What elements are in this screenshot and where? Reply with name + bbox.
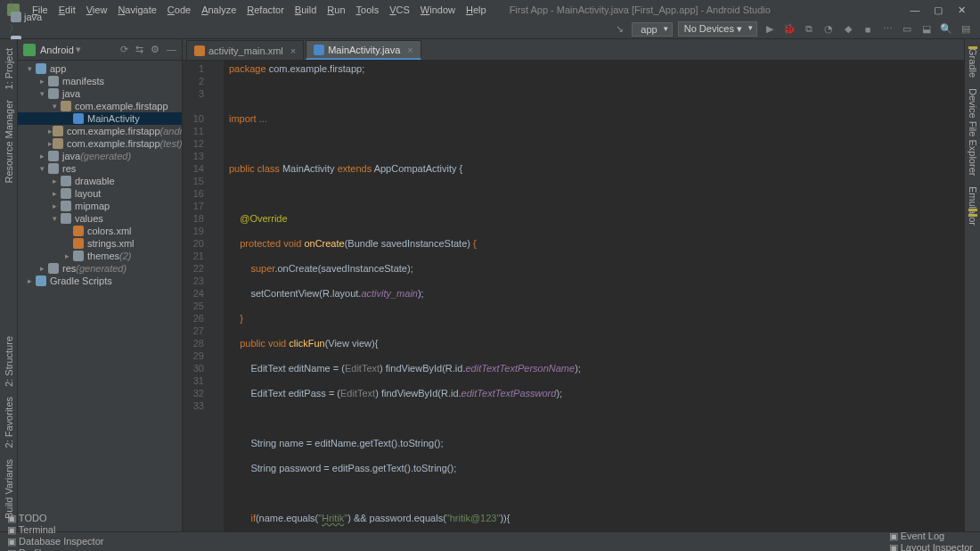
tree-node-themes[interactable]: ▸ themes (2) <box>18 250 182 262</box>
menu-navigate[interactable]: Navigate <box>112 3 161 17</box>
tree-node-colors.xml[interactable]: colors.xml <box>18 225 182 237</box>
editor-area: activity_main.xml× MainActivity.java× 12… <box>183 39 964 531</box>
bottom-tool-TODO[interactable]: ▣ TODO <box>7 513 103 524</box>
tree-node-icon <box>53 138 63 149</box>
stop-button[interactable]: ■ <box>861 22 875 37</box>
more-tools-icon[interactable]: ⋯ <box>880 22 894 37</box>
tree-node-app[interactable]: ▾ app <box>18 62 182 75</box>
attach-button[interactable]: ◆ <box>841 22 855 37</box>
expand-arrow-icon[interactable]: ▾ <box>23 64 36 73</box>
menu-refactor[interactable]: Refactor <box>241 3 290 17</box>
menu-analyze[interactable]: Analyze <box>196 3 241 17</box>
menu-window[interactable]: Window <box>415 3 461 17</box>
warning-mark[interactable] <box>968 214 977 217</box>
search-button[interactable]: 🔍 <box>939 22 953 37</box>
left-tab-Build Variants[interactable]: Build Variants <box>2 454 16 524</box>
sidebar-tool[interactable]: ⚙ <box>151 44 159 55</box>
breadcrumb-java[interactable]: java <box>7 12 80 22</box>
tree-node-drawable[interactable]: ▸ drawable <box>18 175 182 187</box>
right-tab-Device File Explorer[interactable]: Device File Explorer <box>967 83 979 181</box>
run-button[interactable]: ▶ <box>763 22 777 37</box>
tree-node-res[interactable]: ▾ res <box>18 162 182 175</box>
bottom-tool-Database Inspector[interactable]: ▣ Database Inspector <box>7 536 103 547</box>
maximize-button[interactable]: ▢ <box>927 2 950 18</box>
sidebar-tool[interactable]: — <box>167 44 176 55</box>
expand-arrow-icon[interactable]: ▸ <box>23 276 36 285</box>
coverage-button[interactable]: ⧉ <box>802 22 816 37</box>
expand-arrow-icon[interactable]: ▸ <box>61 251 73 260</box>
expand-arrow-icon[interactable]: ▾ <box>36 164 48 173</box>
menu-code[interactable]: Code <box>162 3 196 17</box>
minimize-button[interactable]: — <box>903 2 927 18</box>
tree-node-icon <box>48 163 59 174</box>
right-tab-Emulator[interactable]: Emulator <box>967 181 979 231</box>
bottom-tool-Profiler[interactable]: ▣ Profiler <box>7 547 103 551</box>
tree-node-mipmap[interactable]: ▸ mipmap <box>18 200 182 212</box>
tree-node-strings.xml[interactable]: strings.xml <box>18 237 182 250</box>
sync-icon[interactable]: ↘ <box>612 22 626 37</box>
expand-arrow-icon[interactable]: ▸ <box>48 177 61 185</box>
sidebar-mode-label[interactable]: Android <box>40 45 74 55</box>
left-tab-1: Project[interactable]: 1: Project <box>2 43 16 95</box>
menu-view[interactable]: View <box>81 3 113 17</box>
tree-node-java[interactable]: ▸ java (generated) <box>18 150 182 162</box>
profile-button[interactable]: ◔ <box>821 22 836 37</box>
bottom-tool-Layout Inspector[interactable]: ▣ Layout Inspector <box>889 542 973 552</box>
tree-node-res[interactable]: ▸ res (generated) <box>18 262 182 275</box>
tree-node-icon <box>73 113 84 124</box>
expand-arrow-icon[interactable]: ▸ <box>36 264 48 273</box>
menu-vcs[interactable]: VCS <box>384 3 415 17</box>
tree-node-manifests[interactable]: ▸ manifests <box>18 75 182 87</box>
expand-arrow-icon[interactable]: ▾ <box>48 214 61 223</box>
expand-arrow-icon[interactable]: ▾ <box>48 102 61 111</box>
menu-run[interactable]: Run <box>322 3 350 17</box>
run-config-select[interactable]: app <box>632 22 672 37</box>
expand-arrow-icon[interactable]: ▾ <box>36 89 48 98</box>
bottom-tool-Terminal[interactable]: ▣ Terminal <box>7 524 103 536</box>
menu-bar: FileEditViewNavigateCodeAnalyzeRefactorB… <box>0 0 980 20</box>
left-tool-stripe: 1: ProjectResource Manager 2: Structure2… <box>0 39 18 531</box>
menu-tools[interactable]: Tools <box>351 3 385 17</box>
project-tree[interactable]: ▾ app ▸ manifests ▾ java ▾ com.example.f… <box>18 61 182 531</box>
fold-gutter[interactable] <box>211 61 224 531</box>
tree-node-com.example.firstapp[interactable]: ▾ com.example.firstapp <box>18 100 182 112</box>
tree-node-icon <box>61 101 71 111</box>
sdk-button[interactable]: ⬓ <box>919 22 934 37</box>
tree-node-icon <box>36 63 46 74</box>
line-gutter: 1231011121314151617181920212223242526272… <box>183 61 211 531</box>
debug-button[interactable]: 🐞 <box>782 22 796 37</box>
left-tab-Resource Manager[interactable]: Resource Manager <box>2 95 16 189</box>
left-tab-2: Structure[interactable]: 2: Structure <box>2 331 16 392</box>
editor-tab-activity_main.xml[interactable]: activity_main.xml× <box>186 40 304 60</box>
code-editor[interactable]: package com.example.firstapp; import ...… <box>224 61 964 531</box>
sidebar-tool[interactable]: ⟳ <box>120 44 128 55</box>
menu-help[interactable]: Help <box>461 3 492 17</box>
bottom-tool-Event Log[interactable]: ▣ Event Log <box>889 530 973 542</box>
expand-arrow-icon[interactable]: ▸ <box>48 189 61 198</box>
editor-tab-MainActivity.java[interactable]: MainActivity.java× <box>306 40 421 60</box>
warning-mark[interactable] <box>968 46 977 49</box>
tree-node-java[interactable]: ▾ java <box>18 87 182 100</box>
warning-mark[interactable] <box>968 209 977 211</box>
sidebar-header: Android ▾ ⟳⇆⚙— <box>18 39 182 61</box>
sidebar-tool[interactable]: ⇆ <box>135 44 143 55</box>
tree-node-values[interactable]: ▾ values <box>18 212 182 225</box>
expand-arrow-icon[interactable]: ▸ <box>36 152 48 160</box>
tree-node-Gradle Scripts[interactable]: ▸ Gradle Scripts <box>18 275 182 287</box>
tree-node-com.example.firstapp[interactable]: ▸ com.example.firstapp (test) <box>18 137 182 150</box>
tree-node-icon <box>48 88 59 99</box>
tree-node-com.example.firstapp[interactable]: ▸ com.example.firstapp (androidTest) <box>18 125 182 137</box>
device-select[interactable]: No Devices ▾ <box>678 21 757 37</box>
avd-button[interactable]: ▭ <box>900 22 914 37</box>
event-button[interactable]: ▤ <box>959 22 973 37</box>
tree-node-layout[interactable]: ▸ layout <box>18 187 182 200</box>
menu-build[interactable]: Build <box>290 3 322 17</box>
close-tab-icon[interactable]: × <box>407 45 412 55</box>
tree-node-MainActivity[interactable]: MainActivity <box>18 112 182 125</box>
close-button[interactable]: ✕ <box>950 2 973 18</box>
left-tab-2: Favorites[interactable]: 2: Favorites <box>2 391 16 453</box>
expand-arrow-icon[interactable]: ▸ <box>36 77 48 86</box>
bottom-tool-bar: ▣ TODO▣ Terminal▣ Database Inspector▣ Pr… <box>0 531 980 551</box>
expand-arrow-icon[interactable]: ▸ <box>48 201 61 210</box>
close-tab-icon[interactable]: × <box>290 45 296 56</box>
